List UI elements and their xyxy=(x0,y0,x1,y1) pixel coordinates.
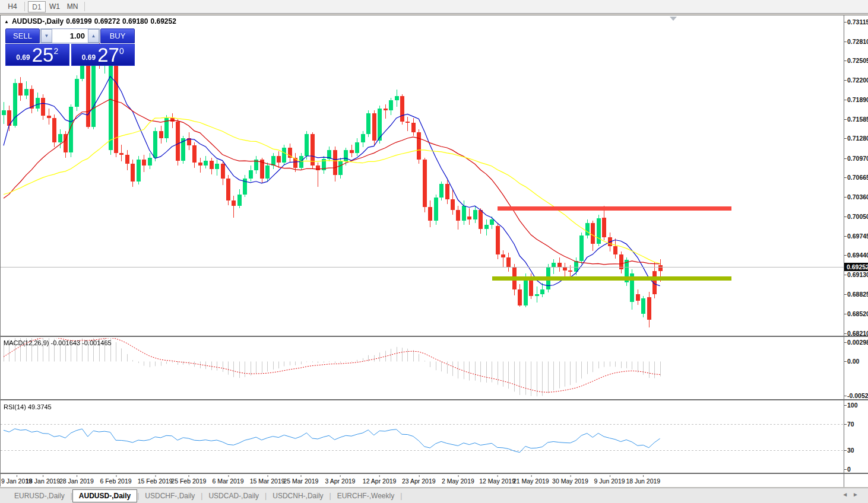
sell-price-prefix: 0.69 xyxy=(16,53,30,62)
date-axis-label: 18 Jan 2019 xyxy=(26,477,60,485)
chart-tab-bar: EURUSD-,Daily|AUDUSD-,Daily|USDCHF-,Dail… xyxy=(0,488,868,503)
price-axis-label: 0.70360 xyxy=(847,193,868,200)
current-price-tag: 0.69252 xyxy=(844,263,868,271)
timeframe-button-mn[interactable]: MN xyxy=(64,1,81,12)
volume-input[interactable] xyxy=(52,29,88,43)
rsi-axis-label: 70 xyxy=(847,421,854,428)
buy-price-prefix: 0.69 xyxy=(82,53,96,62)
pane-divider[interactable] xyxy=(1,336,868,337)
macd-indicator-label: MACD(12,26,9) -0.001643 -0.001465 xyxy=(4,339,112,346)
chart-tab-eurchf[interactable]: EURCHF-,Weekly xyxy=(331,490,400,502)
timeframe-button-h4[interactable]: H4 xyxy=(4,1,21,12)
tab-separator: | xyxy=(400,492,402,500)
volume-spinner: ▼ ▲ xyxy=(40,28,100,43)
price-axis-label: 0.68825 xyxy=(847,291,868,298)
sell-price-button[interactable]: 0.69 25 2 xyxy=(5,44,69,66)
price-axis-label: 0.70050 xyxy=(847,213,868,220)
chart-tab-usdcad[interactable]: USDCAD-,Daily xyxy=(202,490,265,502)
rsi-indicator-label: RSI(14) 49.3745 xyxy=(4,403,52,410)
chart-tab-usdcnh[interactable]: USDCNH-,Daily xyxy=(267,490,329,502)
tab-scroll-right-icon: ► xyxy=(853,491,863,498)
rsi-axis-label: 100 xyxy=(847,402,858,409)
one-click-trading-panel: SELL ▼ ▲ BUY 0.69 25 2 0.69 27 0 xyxy=(5,28,135,66)
symbol-period-label: AUDUSD-,Daily xyxy=(12,17,64,26)
timeframe-button-d1[interactable]: D1 xyxy=(28,1,46,12)
price-axis-label: 0.69130 xyxy=(847,271,868,278)
rsi-axis-label: 0 xyxy=(847,466,851,473)
chart-tab-eurusd[interactable]: EURUSD-,Daily xyxy=(8,490,71,502)
date-axis-label: 6 Mar 2019 xyxy=(212,477,243,485)
price-axis-label: 0.72810 xyxy=(847,38,868,45)
date-axis-label: 2 May 2019 xyxy=(442,477,474,485)
open-value: 0.69199 xyxy=(66,17,91,26)
price-axis-label: 0.72200 xyxy=(847,77,868,84)
sell-price-main: 25 xyxy=(32,44,54,65)
date-axis-label: 21 May 2019 xyxy=(513,477,549,485)
toolbar-separator xyxy=(84,2,85,11)
close-value: 0.69252 xyxy=(150,17,176,26)
low-value: 0.69180 xyxy=(122,17,148,26)
timeframe-toolbar: H4D1W1MN xyxy=(0,0,868,14)
toolbar-separator xyxy=(24,2,25,11)
collapse-triangle-icon[interactable]: ▲ xyxy=(4,19,9,24)
chart-plot-area[interactable] xyxy=(1,15,844,487)
date-axis-label: 30 May 2019 xyxy=(552,477,588,485)
price-axis-label: 0.70665 xyxy=(847,174,868,181)
chart-tab-usdchf[interactable]: USDCHF-,Daily xyxy=(139,490,201,502)
buy-price-button[interactable]: 0.69 27 0 xyxy=(71,44,135,66)
date-axis-label: 6 Feb 2019 xyxy=(100,477,131,485)
high-value: 0.69272 xyxy=(94,17,120,26)
date-axis-label: 9 Jun 2019 xyxy=(594,477,625,485)
date-axis-label: 18 Jun 2019 xyxy=(626,477,660,485)
date-axis-label: 12 Apr 2019 xyxy=(363,477,397,485)
price-axis-label: 0.69440 xyxy=(847,252,868,259)
price-axis-label: 0.71585 xyxy=(847,116,868,123)
sell-price-pip: 2 xyxy=(53,46,58,56)
price-axis-label: 0.69745 xyxy=(847,233,868,240)
tab-scroll-left-icon: ◄ xyxy=(842,491,853,498)
buy-price-pip: 0 xyxy=(119,46,124,56)
date-axis-label: 25 Mar 2019 xyxy=(283,477,318,485)
price-axis-label: 0.68520 xyxy=(847,310,868,317)
chart-window: ▲AUDUSD-,Daily0.691990.692720.691800.692… xyxy=(0,15,868,486)
date-axis[interactable]: 9 Jan 201918 Jan 201928 Jan 20196 Feb 20… xyxy=(1,475,844,487)
date-axis-label: 23 Apr 2019 xyxy=(402,477,436,485)
price-axis[interactable]: 0.731150.728100.725050.722000.718900.715… xyxy=(844,15,868,487)
timeframe-button-w1[interactable]: W1 xyxy=(46,1,64,12)
volume-decrease-icon[interactable]: ▼ xyxy=(41,29,52,43)
date-axis-label: 25 Feb 2019 xyxy=(171,477,206,485)
price-axis-label: 0.73115 xyxy=(847,18,868,26)
chart-tab-audusd[interactable]: AUDUSD-,Daily xyxy=(72,489,137,502)
pane-divider[interactable] xyxy=(1,399,868,400)
tab-scroll-arrows[interactable]: ◄► xyxy=(842,491,863,498)
price-axis-label: 0.71280 xyxy=(847,135,868,142)
macd-axis-label: 0.00 xyxy=(847,358,859,365)
chart-title: ▲AUDUSD-,Daily0.691990.692720.691800.692… xyxy=(4,17,179,26)
price-axis-label: 0.71890 xyxy=(847,96,868,103)
price-axis-label: 0.70970 xyxy=(847,155,868,162)
chart-shift-marker-icon[interactable] xyxy=(670,17,677,21)
date-axis-label: 15 Mar 2019 xyxy=(250,477,285,485)
macd-axis-label: 0.002984 xyxy=(847,339,868,346)
macd-axis-label: -0.005256 xyxy=(847,392,868,399)
volume-increase-icon[interactable]: ▲ xyxy=(88,29,99,43)
pane-divider[interactable] xyxy=(1,473,868,474)
price-axis-label: 0.72505 xyxy=(847,57,868,64)
buy-button[interactable]: BUY xyxy=(100,28,135,43)
buy-price-main: 27 xyxy=(97,44,119,65)
date-axis-label: 12 May 2019 xyxy=(479,477,515,485)
date-axis-label: 3 Apr 2019 xyxy=(325,477,356,485)
rsi-axis-label: 30 xyxy=(847,447,854,454)
sell-button[interactable]: SELL xyxy=(5,28,40,43)
date-axis-label: 28 Jan 2019 xyxy=(59,477,94,485)
date-axis-label: 15 Feb 2019 xyxy=(138,477,173,485)
